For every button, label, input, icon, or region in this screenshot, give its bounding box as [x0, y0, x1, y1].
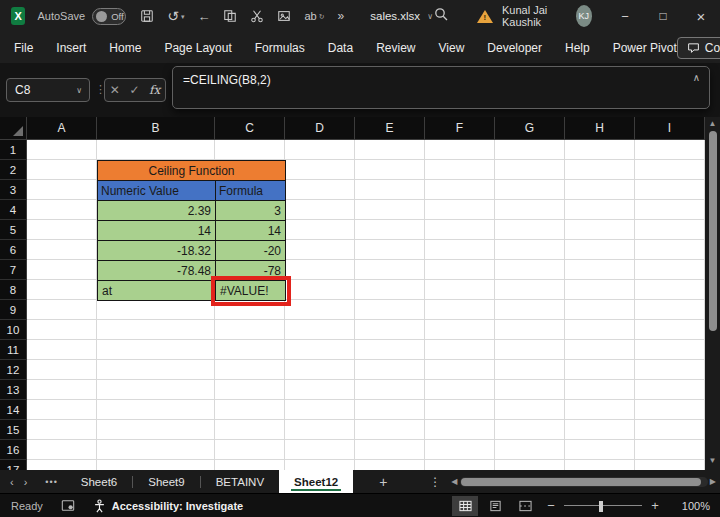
row-header-1[interactable]: 1 [0, 140, 27, 160]
scroll-right-icon[interactable]: ▶ [710, 477, 716, 486]
zoom-out-button[interactable]: − [542, 498, 560, 513]
column-header-C[interactable]: C [215, 117, 285, 140]
more-commands-icon[interactable]: » [338, 10, 345, 22]
cell-B16[interactable] [97, 440, 215, 460]
row-header-15[interactable]: 15 [0, 420, 27, 440]
cell-G17[interactable] [495, 460, 565, 470]
cell-F10[interactable] [425, 320, 495, 340]
sheet-tab-betainv[interactable]: BETAINV [201, 470, 279, 493]
cancel-formula-button[interactable]: ✕ [110, 83, 120, 97]
cell-B4[interactable]: 2.39 [98, 201, 216, 221]
cell-H6[interactable] [565, 240, 635, 260]
cell-I12[interactable] [635, 360, 705, 380]
cell-E13[interactable] [355, 380, 425, 400]
ribbon-tab-page-layout[interactable]: Page Layout [164, 41, 231, 55]
collapse-formula-bar-icon[interactable]: ∧ [693, 67, 709, 108]
cell-C12[interactable] [215, 360, 285, 380]
cell-F3[interactable] [425, 180, 495, 200]
cell-H10[interactable] [565, 320, 635, 340]
row-header-12[interactable]: 12 [0, 360, 27, 380]
cell-D1[interactable] [285, 140, 355, 160]
cell-C8-error[interactable]: #VALUE! [216, 281, 286, 301]
cell-I6[interactable] [635, 240, 705, 260]
cell-G11[interactable] [495, 340, 565, 360]
cell-E14[interactable] [355, 400, 425, 420]
file-name-menu[interactable]: sales.xlsx ∨ [370, 10, 433, 22]
cell-A10[interactable] [27, 320, 97, 340]
table-header-formula[interactable]: Formula [216, 181, 286, 201]
vertical-scroll-thumb[interactable] [709, 131, 717, 331]
cell-F7[interactable] [425, 260, 495, 280]
all-sheets-icon[interactable]: ••• [37, 477, 65, 487]
cell-H1[interactable] [565, 140, 635, 160]
scroll-up-icon[interactable]: ▲ [709, 117, 717, 130]
cell-G12[interactable] [495, 360, 565, 380]
zoom-slider[interactable] [564, 499, 642, 513]
cell-I5[interactable] [635, 220, 705, 240]
cell-F5[interactable] [425, 220, 495, 240]
ribbon-tab-home[interactable]: Home [109, 41, 141, 55]
row-header-16[interactable]: 16 [0, 440, 27, 460]
cell-C16[interactable] [215, 440, 285, 460]
cell-E10[interactable] [355, 320, 425, 340]
cell-G16[interactable] [495, 440, 565, 460]
warning-icon[interactable]: ! [477, 10, 493, 23]
row-header-14[interactable]: 14 [0, 400, 27, 420]
cell-B7[interactable]: -78.48 [98, 261, 216, 281]
scroll-left-icon[interactable]: ◀ [451, 477, 457, 486]
column-header-B[interactable]: B [97, 117, 215, 140]
cell-D11[interactable] [285, 340, 355, 360]
autosave-toggle[interactable]: Off [92, 8, 126, 25]
column-header-G[interactable]: G [495, 117, 565, 140]
cell-I1[interactable] [635, 140, 705, 160]
cell-C17[interactable] [215, 460, 285, 470]
row-header-4[interactable]: 4 [0, 200, 27, 220]
sheet-tab-sheet12[interactable]: Sheet12 [279, 470, 353, 493]
cell-E4[interactable] [355, 200, 425, 220]
cell-D14[interactable] [285, 400, 355, 420]
cell-F14[interactable] [425, 400, 495, 420]
scroll-down-icon[interactable]: ▼ [709, 454, 717, 467]
cell-A4[interactable] [27, 200, 97, 220]
row-header-13[interactable]: 13 [0, 380, 27, 400]
cell-E1[interactable] [355, 140, 425, 160]
cell-A9[interactable] [27, 300, 97, 320]
cell-F1[interactable] [425, 140, 495, 160]
cell-B9[interactable] [97, 300, 215, 320]
row-header-11[interactable]: 11 [0, 340, 27, 360]
cell-E3[interactable] [355, 180, 425, 200]
cell-B11[interactable] [97, 340, 215, 360]
cut-icon[interactable] [250, 9, 264, 23]
comments-button[interactable]: Comments [677, 37, 720, 59]
cell-H17[interactable] [565, 460, 635, 470]
maximize-button[interactable]: □ [644, 0, 682, 32]
cell-B1[interactable] [97, 140, 215, 160]
close-button[interactable]: × [682, 0, 720, 32]
cell-H7[interactable] [565, 260, 635, 280]
cell-A17[interactable] [27, 460, 97, 470]
cell-C14[interactable] [215, 400, 285, 420]
cell-F11[interactable] [425, 340, 495, 360]
cell-F13[interactable] [425, 380, 495, 400]
cell-C10[interactable] [215, 320, 285, 340]
column-header-H[interactable]: H [565, 117, 635, 140]
cell-A3[interactable] [27, 180, 97, 200]
cell-H13[interactable] [565, 380, 635, 400]
macro-record-button[interactable] [61, 499, 75, 512]
cell-E16[interactable] [355, 440, 425, 460]
ribbon-tab-power-pivot[interactable]: Power Pivot [613, 41, 677, 55]
minimize-button[interactable]: − [606, 0, 644, 32]
cell-C9[interactable] [215, 300, 285, 320]
ribbon-tab-review[interactable]: Review [376, 41, 415, 55]
cell-E9[interactable] [355, 300, 425, 320]
horizontal-scroll-thumb[interactable] [461, 478, 702, 486]
cell-C5[interactable]: 14 [216, 221, 286, 241]
search-icon[interactable] [433, 6, 449, 26]
cell-D13[interactable] [285, 380, 355, 400]
cell-I15[interactable] [635, 420, 705, 440]
cell-A14[interactable] [27, 400, 97, 420]
cell-A1[interactable] [27, 140, 97, 160]
ribbon-tab-file[interactable]: File [14, 41, 33, 55]
normal-view-button[interactable] [452, 496, 478, 516]
cell-E11[interactable] [355, 340, 425, 360]
